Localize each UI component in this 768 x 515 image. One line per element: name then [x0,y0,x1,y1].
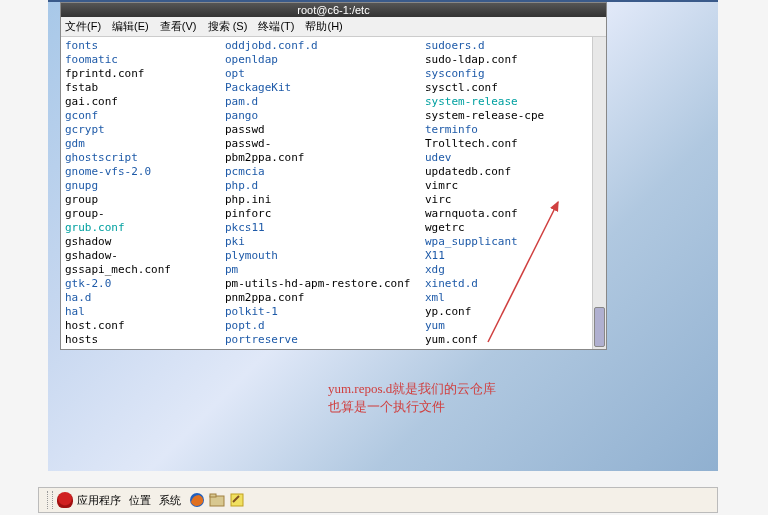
file-entry: pnm2ppa.conf [225,291,425,305]
taskbar-system[interactable]: 系统 [159,493,181,508]
terminal-window: root@c6-1:/etc 文件(F) 编辑(E) 查看(V) 搜索 (S) … [60,2,607,350]
taskbar-places[interactable]: 位置 [129,493,151,508]
file-entry: host.conf [65,319,225,333]
listing-column-1: fontsfoomaticfprintd.conffstabgai.confgc… [65,39,225,349]
file-entry: PackageKit [225,81,425,95]
file-entry: terminfo [425,123,602,137]
file-entry: system-release [425,95,602,109]
file-entry: pam.d [225,95,425,109]
file-entry: gconf [65,109,225,123]
taskbar-apps-label: 应用程序 [77,493,121,508]
svg-rect-4 [231,494,243,506]
file-entry: gnome-vfs-2.0 [65,165,225,179]
file-entry: hosts.allow [65,347,225,349]
menu-terminal[interactable]: 终端(T) [258,20,294,32]
menu-edit[interactable]: 编辑(E) [112,20,149,32]
file-entry: yum.repos.d [425,347,602,349]
notes-icon[interactable] [229,492,245,508]
file-entry: warnquota.conf [425,207,602,221]
file-entry: sysconfig [425,67,602,81]
listing-column-2: oddjobd.conf.dopenldapoptPackageKitpam.d… [225,39,425,349]
file-entry: yp.conf [425,305,602,319]
file-entry: pango [225,109,425,123]
desktop-background: root@c6-1:/etc 文件(F) 编辑(E) 查看(V) 搜索 (S) … [48,0,718,471]
file-entry: vimrc [425,179,602,193]
window-titlebar[interactable]: root@c6-1:/etc [61,3,606,17]
file-entry: group- [65,207,225,221]
file-entry: ha.d [65,291,225,305]
file-entry: pm-utils-hd-apm-restore.conf [225,277,425,291]
file-entry: udev [425,151,602,165]
firefox-icon[interactable] [189,492,205,508]
menubar: 文件(F) 编辑(E) 查看(V) 搜索 (S) 终端(T) 帮助(H) [61,17,606,37]
file-entry: passwd [225,123,425,137]
file-entry: wgetrc [425,221,602,235]
file-entry: passwd- [225,137,425,151]
file-entry: group [65,193,225,207]
annotation-line-1: yum.repos.d就是我们的云仓库 [328,380,496,398]
file-entry: fonts [65,39,225,53]
file-entry: Trolltech.conf [425,137,602,151]
annotation-text: yum.repos.d就是我们的云仓库 也算是一个执行文件 [328,380,496,416]
file-entry: xdg [425,263,602,277]
file-entry: pm [225,263,425,277]
file-entry: xml [425,291,602,305]
file-entry: portreserve [225,333,425,347]
menu-file[interactable]: 文件(F) [65,20,101,32]
file-entry: virc [425,193,602,207]
file-entry: opt [225,67,425,81]
file-entry: openldap [225,53,425,67]
file-entry: yum.conf [425,333,602,347]
file-entry: pcmcia [225,165,425,179]
file-entry: polkit-1 [225,305,425,319]
scrollbar[interactable] [592,37,606,349]
file-entry: postfix [225,347,425,349]
file-entry: pki [225,235,425,249]
file-entry: yum [425,319,602,333]
file-entry: gshadow [65,235,225,249]
annotation-line-2: 也算是一个执行文件 [328,398,496,416]
file-entry: popt.d [225,319,425,333]
svg-rect-3 [210,494,216,497]
file-entry: gnupg [65,179,225,193]
file-entry: pbm2ppa.conf [225,151,425,165]
taskbar: 应用程序 位置 系统 [38,487,718,513]
file-entry: pinforc [225,207,425,221]
listing-column-3: sudoers.dsudo-ldap.confsysconfigsysctl.c… [425,39,602,349]
file-entry: sudo-ldap.conf [425,53,602,67]
file-entry: fstab [65,81,225,95]
menu-search[interactable]: 搜索 (S) [208,20,248,32]
file-entry: wpa_supplicant [425,235,602,249]
file-entry: gdm [65,137,225,151]
file-entry: hal [65,305,225,319]
file-entry: ghostscript [65,151,225,165]
file-entry: system-release-cpe [425,109,602,123]
scrollbar-thumb[interactable] [594,307,605,347]
taskbar-start[interactable]: 应用程序 [57,492,121,508]
file-entry: gssapi_mech.conf [65,263,225,277]
file-entry: php.d [225,179,425,193]
file-entry: updatedb.conf [425,165,602,179]
menu-view[interactable]: 查看(V) [160,20,197,32]
file-entry: foomatic [65,53,225,67]
redhat-icon [57,492,73,508]
file-manager-icon[interactable] [209,492,225,508]
file-entry: php.ini [225,193,425,207]
file-entry: gtk-2.0 [65,277,225,291]
file-entry: pkcs11 [225,221,425,235]
file-entry: X11 [425,249,602,263]
file-entry: hosts [65,333,225,347]
file-entry: gcrypt [65,123,225,137]
menu-help[interactable]: 帮助(H) [305,20,342,32]
file-entry: fprintd.conf [65,67,225,81]
file-entry: sysctl.conf [425,81,602,95]
file-entry: gai.conf [65,95,225,109]
terminal-output[interactable]: fontsfoomaticfprintd.conffstabgai.confgc… [61,37,606,349]
file-entry: sudoers.d [425,39,602,53]
file-entry: xinetd.d [425,277,602,291]
file-entry: oddjobd.conf.d [225,39,425,53]
file-entry: plymouth [225,249,425,263]
taskbar-divider [47,491,53,509]
file-entry: grub.conf [65,221,225,235]
file-entry: gshadow- [65,249,225,263]
